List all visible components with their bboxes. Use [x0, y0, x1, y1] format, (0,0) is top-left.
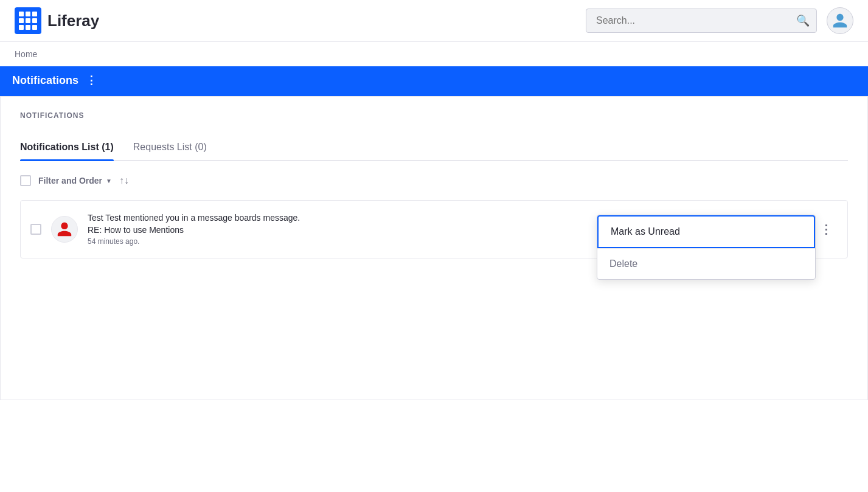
notification-actions: Mark as Unread Delete ⋮: [815, 220, 838, 239]
delete-button[interactable]: Delete: [597, 248, 815, 279]
mark-as-unread-button[interactable]: Mark as Unread: [597, 215, 815, 248]
breadcrumb: Home: [0, 42, 868, 66]
avatar[interactable]: [827, 7, 853, 34]
section-label: NOTIFICATIONS: [20, 111, 848, 120]
app-header: Liferay 🔍: [0, 0, 868, 42]
logo-text: Liferay: [47, 12, 99, 30]
notification-item: Test Test mentioned you in a message boa…: [20, 200, 848, 258]
panel-title: Notifications: [12, 74, 78, 87]
search-input[interactable]: [586, 9, 817, 33]
tab-requests-list[interactable]: Requests List (0): [133, 134, 207, 160]
toolbar: Filter and Order ▼ ↑↓: [20, 173, 848, 188]
chevron-down-icon: ▼: [106, 178, 112, 184]
notification-checkbox[interactable]: [30, 224, 41, 235]
notification-dots-menu-button[interactable]: ⋮: [815, 220, 838, 239]
main-content: NOTIFICATIONS Notifications List (1) Req…: [0, 96, 868, 400]
tabs-bar: Notifications List (1) Requests List (0): [20, 134, 848, 161]
select-all-checkbox[interactable]: [20, 175, 31, 186]
breadcrumb-home-link[interactable]: Home: [15, 49, 37, 59]
panel-menu-button[interactable]: ⋮: [86, 74, 97, 87]
logo-grid-icon: [15, 7, 41, 34]
panel-header: Notifications ⋮: [0, 66, 868, 96]
context-menu: Mark as Unread Delete: [597, 215, 816, 280]
tab-notifications-list[interactable]: Notifications List (1): [20, 134, 114, 160]
filter-order-button[interactable]: Filter and Order ▼: [38, 173, 112, 188]
search-bar: 🔍: [586, 9, 817, 33]
logo: Liferay: [15, 7, 99, 34]
sort-icon: ↑↓: [119, 175, 129, 185]
search-icon: 🔍: [796, 14, 810, 27]
notification-avatar: [51, 216, 78, 243]
sort-button[interactable]: ↑↓: [119, 175, 129, 186]
